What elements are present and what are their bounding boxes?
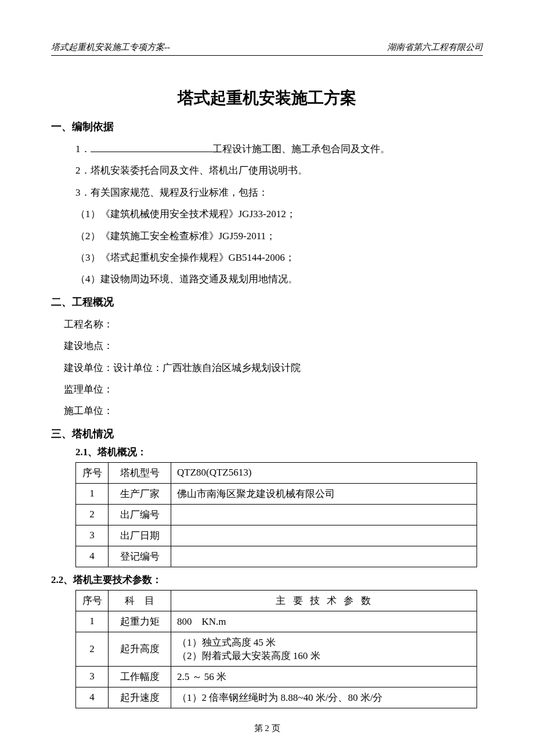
sec2-line4: 监理单位：	[64, 379, 483, 400]
table-row: 2 起升高度 （1）独立式高度 45 米 （2）附着式最大安装高度 160 米	[76, 632, 477, 666]
cell-lab: 起升高度	[109, 632, 171, 666]
table-row: 3 工作幅度 2.5 ～ 56 米	[76, 666, 477, 687]
cell-seq: 1	[76, 483, 109, 504]
cell-val	[171, 546, 477, 567]
cell-lab: 生产厂家	[109, 483, 171, 504]
sec1-line7: （4）建设物周边环境、道路交通及规划用地情况。	[75, 268, 483, 290]
cell-lab: 出厂日期	[109, 525, 171, 546]
cell-val: （1）独立式高度 45 米 （2）附着式最大安装高度 160 米	[171, 632, 477, 666]
blank-fill	[91, 142, 212, 152]
cell-seq: 3	[76, 525, 109, 546]
table-row: 序号 塔机型号 QTZ80(QTZ5613)	[76, 462, 477, 483]
sec1-line4: （1）《建筑机械使用安全技术规程》JGJ33-2012；	[75, 203, 483, 225]
t1-head-lab: 塔机型号	[109, 462, 171, 483]
t2-head-val: 主 要 技 术 参 数	[171, 590, 477, 611]
cell-val	[171, 525, 477, 546]
cell-seq: 2	[76, 632, 109, 666]
sec1-line2: 2．塔机安装委托合同及文件、塔机出厂使用说明书。	[75, 160, 483, 181]
t1-head-seq: 序号	[76, 462, 109, 483]
section-1-head: 一、编制依据	[51, 120, 483, 134]
table2-caption: 2.2、塔机主要技术参数：	[51, 573, 483, 586]
cell-val: （1）2 倍率钢丝绳时为 8.88~40 米/分、80 米/分	[171, 687, 477, 708]
sec2-line2: 建设地点：	[64, 335, 483, 357]
cell-seq: 2	[76, 504, 109, 525]
page-header: 塔式起重机安装施工专项方案-- 湖南省第六工程有限公司	[51, 42, 483, 56]
header-right: 湖南省第六工程有限公司	[387, 42, 483, 53]
cell-val: 2.5 ～ 56 米	[171, 666, 477, 687]
page-footer: 第 2 页	[0, 723, 534, 734]
table-row: 4 起升速度 （1）2 倍率钢丝绳时为 8.88~40 米/分、80 米/分	[76, 687, 477, 708]
sec1-line3: 3．有关国家规范、规程及行业标准，包括：	[75, 182, 483, 203]
section-3-head: 三、塔机情况	[51, 427, 483, 441]
t2-head-seq: 序号	[76, 590, 109, 611]
cell-lab: 起升速度	[109, 687, 171, 708]
sec1-line6: （3）《塔式起重机安全操作规程》GB5144-2006；	[75, 247, 483, 268]
sec2-line1: 工程名称：	[64, 314, 483, 335]
sec1-line5: （2）《建筑施工安全检查标准》JGJ59-2011；	[75, 225, 483, 247]
cell-lab: 工作幅度	[109, 666, 171, 687]
table-row: 2 出厂编号	[76, 504, 477, 525]
sec1-line1: 1．工程设计施工图、施工承包合同及文件。	[75, 138, 483, 160]
cell-val: 800 KN.m	[171, 611, 477, 632]
sec2-line5: 施工单位：	[64, 400, 483, 422]
cell-lab: 起重力矩	[109, 611, 171, 632]
cell-val	[171, 504, 477, 525]
table-crane-params: 序号 科 目 主 要 技 术 参 数 1 起重力矩 800 KN.m 2 起升高…	[75, 590, 477, 708]
cell-val: 佛山市南海区聚龙建设机械有限公司	[171, 483, 477, 504]
table-row: 序号 科 目 主 要 技 术 参 数	[76, 590, 477, 611]
table-row: 3 出厂日期	[76, 525, 477, 546]
cell-lab: 出厂编号	[109, 504, 171, 525]
table-row: 1 生产厂家 佛山市南海区聚龙建设机械有限公司	[76, 483, 477, 504]
section-2-head: 二、工程概况	[51, 295, 483, 309]
header-left: 塔式起重机安装施工专项方案--	[51, 42, 170, 53]
sec1-l1-prefix: 1．	[75, 143, 91, 154]
t1-head-val: QTZ80(QTZ5613)	[171, 462, 477, 483]
t2-head-lab: 科 目	[109, 590, 171, 611]
cell-seq: 3	[76, 666, 109, 687]
table1-caption: 2.1、塔机概况：	[75, 445, 483, 459]
cell-seq: 4	[76, 687, 109, 708]
table-crane-overview: 序号 塔机型号 QTZ80(QTZ5613) 1 生产厂家 佛山市南海区聚龙建设…	[75, 462, 477, 567]
document-title: 塔式起重机安装施工方案	[51, 87, 483, 109]
sec2-line3: 建设单位：设计单位：广西壮族自治区城乡规划设计院	[64, 357, 483, 379]
sec1-l1-suffix: 工程设计施工图、施工承包合同及文件。	[212, 143, 390, 154]
document-page: 塔式起重机安装施工专项方案-- 湖南省第六工程有限公司 塔式起重机安装施工方案 …	[0, 0, 534, 756]
cell-seq: 1	[76, 611, 109, 632]
cell-lab: 登记编号	[109, 546, 171, 567]
cell-seq: 4	[76, 546, 109, 567]
table-row: 4 登记编号	[76, 546, 477, 567]
table-row: 1 起重力矩 800 KN.m	[76, 611, 477, 632]
